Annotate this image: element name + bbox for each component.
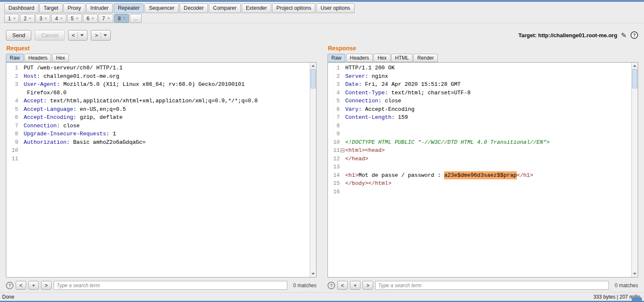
main-tab-project-options[interactable]: Project options bbox=[272, 3, 316, 13]
history-forward-button[interactable]: > bbox=[91, 30, 111, 41]
code-text: <h1> bbox=[345, 171, 358, 180]
close-tab-icon[interactable]: × bbox=[29, 16, 31, 21]
code-text: Server: bbox=[345, 72, 368, 81]
code-line: 4Content-Type: text/html; charset=UTF-8 bbox=[329, 89, 631, 97]
code-line: 13 bbox=[329, 163, 631, 171]
scroll-down-icon bbox=[633, 273, 636, 275]
close-tab-icon[interactable]: × bbox=[107, 16, 109, 21]
search-next-button[interactable]: > bbox=[363, 281, 373, 290]
repeater-tab-4[interactable]: 4× bbox=[51, 14, 66, 23]
code-line: 10<!DOCTYPE HTML PUBLIC "-//W3C//DTD HTM… bbox=[329, 138, 631, 147]
request-editor[interactable]: 1PUT /web-serveur/ch8/ HTTP/1.12Host: ch… bbox=[6, 62, 317, 277]
line-number: 14 bbox=[329, 171, 340, 180]
chevron-down-icon[interactable] bbox=[80, 34, 84, 36]
response-vscrollbar[interactable] bbox=[631, 63, 638, 277]
code-text: gzip, deflate bbox=[76, 113, 123, 122]
line-number: 6 bbox=[329, 105, 340, 114]
request-tab-headers[interactable]: Headers bbox=[25, 54, 51, 62]
main-tab-dashboard[interactable]: Dashboard bbox=[4, 3, 38, 13]
main-tab-sequencer[interactable]: Sequencer bbox=[145, 3, 178, 13]
repeater-tab-3[interactable]: 3× bbox=[35, 14, 50, 23]
code-text: text/html; charset=UTF-8 bbox=[388, 89, 470, 97]
response-title: Response bbox=[327, 44, 638, 54]
main-tab-user-options[interactable]: User options bbox=[316, 3, 354, 13]
main-tab-intruder[interactable]: Intruder bbox=[86, 3, 113, 13]
close-tab-icon[interactable]: × bbox=[91, 16, 94, 21]
search-help-icon[interactable]: ? bbox=[6, 282, 14, 289]
chevron-down-icon[interactable] bbox=[104, 34, 107, 36]
close-tab-icon[interactable]: × bbox=[123, 16, 126, 21]
request-tab-hex[interactable]: Hex bbox=[52, 54, 68, 62]
scroll-thumb[interactable] bbox=[632, 69, 637, 88]
code-text: close bbox=[60, 122, 80, 130]
line-number: 5 bbox=[7, 105, 18, 114]
request-message-tabs: RawHeadersHex bbox=[6, 54, 317, 62]
scroll-up-button[interactable] bbox=[311, 63, 316, 69]
line-number: 16 bbox=[329, 188, 340, 196]
code-line: Firefox/68.0 bbox=[7, 89, 310, 97]
request-tab-raw[interactable]: Raw bbox=[6, 54, 24, 62]
line-number: 15 bbox=[329, 179, 340, 188]
search-help-icon[interactable]: ? bbox=[327, 282, 335, 289]
request-search-input[interactable] bbox=[54, 281, 287, 290]
code-text: Vary: bbox=[345, 105, 362, 114]
line-number: 4 bbox=[7, 97, 18, 105]
close-tab-icon[interactable]: × bbox=[76, 16, 78, 21]
response-tab-render[interactable]: Render bbox=[413, 54, 437, 62]
code-text: </h1> bbox=[517, 171, 533, 180]
scroll-down-button[interactable] bbox=[632, 271, 638, 277]
line-number: 6 bbox=[7, 113, 18, 122]
code-text: Accept-Language: bbox=[24, 105, 76, 114]
repeater-tab-7[interactable]: 7× bbox=[98, 14, 113, 23]
scroll-down-button[interactable] bbox=[311, 271, 316, 277]
repeater-tab-1[interactable]: 1× bbox=[4, 14, 19, 23]
search-prev-button[interactable]: < bbox=[337, 281, 348, 290]
scroll-up-button[interactable] bbox=[632, 63, 638, 69]
code-line: 1PUT /web-serveur/ch8/ HTTP/1.1 bbox=[7, 64, 310, 72]
line-number: 11 bbox=[329, 146, 340, 155]
main-tab-extender[interactable]: Extender bbox=[242, 3, 271, 13]
response-raw-view[interactable]: 1HTTP/1.1 200 OK2Server: nginx3Date: Fri… bbox=[328, 63, 631, 277]
code-text: Mozilla/5.0 (X11; Linux x86_64; rv:68.0)… bbox=[60, 80, 245, 89]
scroll-thumb[interactable] bbox=[311, 69, 316, 88]
response-search-input[interactable] bbox=[375, 281, 609, 290]
repeater-tab-2[interactable]: 2× bbox=[20, 14, 35, 23]
search-options-button[interactable]: + bbox=[28, 281, 39, 290]
request-title: Request bbox=[6, 44, 317, 54]
request-raw-view[interactable]: 1PUT /web-serveur/ch8/ HTTP/1.12Host: ch… bbox=[6, 63, 310, 277]
repeater-tab-8[interactable]: 8× bbox=[114, 14, 129, 23]
response-editor[interactable]: 1HTTP/1.1 200 OK2Server: nginx3Date: Fri… bbox=[327, 62, 638, 277]
code-text: Content-Length: bbox=[345, 113, 395, 122]
fold-collapse-icon[interactable] bbox=[341, 148, 344, 152]
search-prev-button[interactable]: < bbox=[16, 281, 26, 290]
edit-target-icon[interactable]: ✎ bbox=[621, 31, 627, 39]
main-tab-decoder[interactable]: Decoder bbox=[180, 3, 208, 13]
code-text: Fri, 24 Apr 2020 15:51:28 GMT bbox=[362, 80, 461, 89]
main-tab-target[interactable]: Target bbox=[39, 3, 63, 13]
search-options-button[interactable]: + bbox=[350, 281, 360, 290]
repeater-tab-overflow[interactable]: ... bbox=[130, 14, 142, 23]
repeater-tab-5[interactable]: 5× bbox=[67, 14, 82, 23]
request-vscrollbar[interactable] bbox=[310, 63, 316, 277]
close-tab-icon[interactable]: × bbox=[13, 16, 16, 21]
repeater-tab-6[interactable]: 6× bbox=[83, 14, 98, 23]
history-back-button[interactable]: < bbox=[68, 30, 88, 41]
search-next-button[interactable]: > bbox=[41, 281, 52, 290]
help-icon[interactable]: ? bbox=[630, 31, 638, 39]
resize-grip-icon[interactable] bbox=[632, 297, 642, 301]
response-tab-hex[interactable]: Hex bbox=[374, 54, 390, 62]
line-number: 12 bbox=[329, 155, 340, 163]
response-tab-raw[interactable]: Raw bbox=[327, 54, 345, 62]
response-tab-html[interactable]: HTML bbox=[391, 54, 413, 62]
scroll-up-icon bbox=[311, 65, 315, 67]
close-tab-icon[interactable]: × bbox=[60, 16, 63, 21]
main-tab-proxy[interactable]: Proxy bbox=[63, 3, 85, 13]
repeater-tab-bar: 1×2×3×4×5×6×7×8×... bbox=[0, 13, 644, 23]
main-tab-comparer[interactable]: Comparer bbox=[209, 3, 241, 13]
split-divider bbox=[101, 32, 101, 38]
close-tab-icon[interactable]: × bbox=[44, 16, 47, 21]
main-tab-repeater[interactable]: Repeater bbox=[114, 3, 144, 13]
send-button[interactable]: Send bbox=[6, 30, 31, 41]
response-tab-headers[interactable]: Headers bbox=[346, 54, 373, 62]
cancel-button[interactable]: Cancel bbox=[35, 30, 64, 41]
